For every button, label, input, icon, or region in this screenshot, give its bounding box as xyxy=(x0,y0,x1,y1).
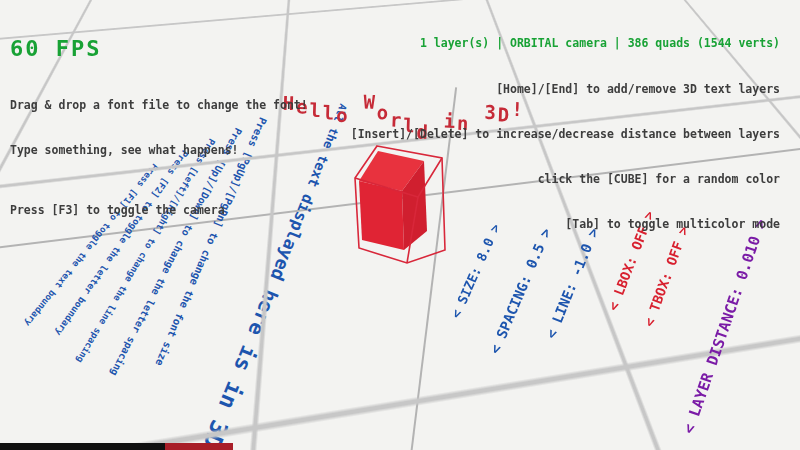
hint-multicolor-mode: [Tab] to toggle multicolor mode xyxy=(351,217,780,232)
hint-layer-distance-keys: [Insert]/[Delete] to increase/decrease d… xyxy=(351,127,780,142)
scene-3d: Press [F1] to toggle the text boundary P… xyxy=(0,0,800,450)
hud-top-right: 1 layer(s) | ORBITAL camera | 386 quads … xyxy=(351,6,780,262)
hint-toggle-camera: Press [F3] to toggle the camera xyxy=(10,203,308,218)
status-bar: 1 layer(s) | ORBITAL camera | 386 quads … xyxy=(351,36,780,51)
bottom-bar-black xyxy=(0,443,165,450)
hint-add-remove-layers: [Home]/[End] to add/remove 3D text layer… xyxy=(351,82,780,97)
hint-cube-random-color: click the [CUBE] for a random color xyxy=(351,172,780,187)
bottom-bar-red xyxy=(165,443,233,450)
hud-top-left: 60 FPS Drag & drop a font file to change… xyxy=(10,6,308,248)
fps-counter: 60 FPS xyxy=(10,36,308,62)
hint-drag-drop-font: Drag & drop a font file to change the fo… xyxy=(10,98,308,113)
hint-type-something: Type something, see what happens! xyxy=(10,143,308,158)
